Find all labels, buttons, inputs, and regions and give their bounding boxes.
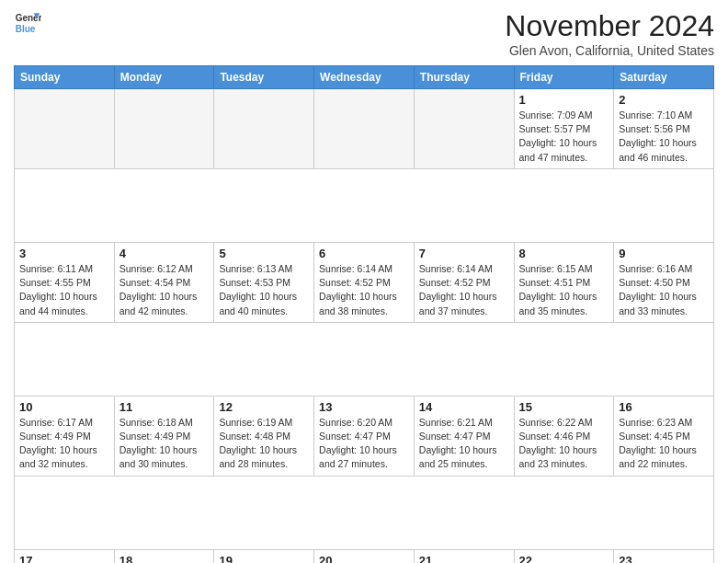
day-info: Sunrise: 7:09 AM Sunset: 5:57 PM Dayligh… [519, 109, 609, 165]
day-info: Sunrise: 6:14 AM Sunset: 4:52 PM Dayligh… [319, 262, 409, 318]
day-info: Sunrise: 6:20 AM Sunset: 4:47 PM Dayligh… [319, 416, 409, 472]
day-number: 4 [119, 247, 210, 260]
day-cell: 16Sunrise: 6:23 AM Sunset: 4:45 PM Dayli… [614, 396, 714, 476]
day-info: Sunrise: 6:21 AM Sunset: 4:47 PM Dayligh… [419, 416, 509, 472]
weekday-friday: Friday [514, 66, 614, 89]
day-cell: 12Sunrise: 6:19 AM Sunset: 4:48 PM Dayli… [214, 396, 314, 476]
day-info: Sunrise: 6:23 AM Sunset: 4:45 PM Dayligh… [619, 416, 709, 472]
day-cell: 11Sunrise: 6:18 AM Sunset: 4:49 PM Dayli… [114, 396, 214, 476]
day-cell: 4Sunrise: 6:12 AM Sunset: 4:54 PM Daylig… [114, 242, 214, 322]
day-cell: 15Sunrise: 6:22 AM Sunset: 4:46 PM Dayli… [514, 396, 614, 476]
day-number: 9 [619, 247, 709, 260]
day-number: 18 [119, 554, 210, 563]
day-cell [114, 89, 214, 169]
day-number: 13 [319, 400, 409, 414]
day-cell: 18Sunrise: 6:25 AM Sunset: 4:44 PM Dayli… [114, 549, 214, 563]
day-number: 8 [519, 247, 609, 260]
day-number: 20 [319, 554, 409, 563]
day-info: Sunrise: 6:13 AM Sunset: 4:53 PM Dayligh… [219, 262, 309, 318]
calendar: SundayMondayTuesdayWednesdayThursdayFrid… [14, 65, 714, 563]
week-row-3: 10Sunrise: 6:17 AM Sunset: 4:49 PM Dayli… [15, 396, 714, 476]
month-title: November 2024 [505, 9, 714, 43]
day-cell: 9Sunrise: 6:16 AM Sunset: 4:50 PM Daylig… [614, 242, 714, 322]
day-cell: 6Sunrise: 6:14 AM Sunset: 4:52 PM Daylig… [314, 242, 415, 322]
day-number: 15 [519, 400, 609, 414]
week-row-1: 1Sunrise: 7:09 AM Sunset: 5:57 PM Daylig… [15, 89, 714, 169]
week-row-2: 3Sunrise: 6:11 AM Sunset: 4:55 PM Daylig… [15, 242, 714, 322]
weekday-header-row: SundayMondayTuesdayWednesdayThursdayFrid… [15, 66, 714, 89]
weekday-saturday: Saturday [614, 66, 714, 89]
location: Glen Avon, California, United States [505, 43, 714, 58]
day-cell [214, 89, 314, 169]
day-number: 1 [519, 93, 609, 107]
day-number: 5 [219, 247, 309, 260]
day-cell: 21Sunrise: 6:28 AM Sunset: 4:43 PM Dayli… [414, 549, 514, 563]
weekday-thursday: Thursday [414, 66, 514, 89]
day-info: Sunrise: 6:11 AM Sunset: 4:55 PM Dayligh… [19, 262, 109, 318]
week-row-4: 17Sunrise: 6:24 AM Sunset: 4:45 PM Dayli… [15, 549, 714, 563]
day-number: 19 [219, 554, 309, 563]
day-cell: 5Sunrise: 6:13 AM Sunset: 4:53 PM Daylig… [214, 242, 314, 322]
day-number: 10 [19, 400, 109, 414]
day-cell: 14Sunrise: 6:21 AM Sunset: 4:47 PM Dayli… [414, 396, 514, 476]
day-number: 3 [19, 247, 109, 260]
day-info: Sunrise: 6:14 AM Sunset: 4:52 PM Dayligh… [419, 262, 509, 318]
day-info: Sunrise: 6:12 AM Sunset: 4:54 PM Dayligh… [119, 262, 210, 318]
day-cell: 1Sunrise: 7:09 AM Sunset: 5:57 PM Daylig… [514, 89, 614, 169]
row-separator [15, 476, 714, 549]
day-number: 6 [319, 247, 409, 260]
day-cell: 8Sunrise: 6:15 AM Sunset: 4:51 PM Daylig… [514, 242, 614, 322]
day-number: 23 [619, 554, 709, 563]
day-number: 2 [619, 93, 709, 107]
weekday-tuesday: Tuesday [214, 66, 314, 89]
day-info: Sunrise: 7:10 AM Sunset: 5:56 PM Dayligh… [619, 109, 709, 165]
day-info: Sunrise: 6:17 AM Sunset: 4:49 PM Dayligh… [19, 416, 109, 472]
logo: General Blue [14, 9, 41, 37]
day-info: Sunrise: 6:16 AM Sunset: 4:50 PM Dayligh… [619, 262, 709, 318]
day-cell: 23Sunrise: 6:30 AM Sunset: 4:42 PM Dayli… [614, 549, 714, 563]
weekday-monday: Monday [114, 66, 214, 89]
svg-text:Blue: Blue [16, 24, 36, 34]
day-number: 16 [619, 400, 709, 414]
day-number: 22 [519, 554, 609, 563]
day-cell: 20Sunrise: 6:27 AM Sunset: 4:43 PM Dayli… [314, 549, 415, 563]
day-cell: 19Sunrise: 6:26 AM Sunset: 4:44 PM Dayli… [214, 549, 314, 563]
title-block: November 2024 Glen Avon, California, Uni… [505, 9, 714, 58]
day-cell: 10Sunrise: 6:17 AM Sunset: 4:49 PM Dayli… [15, 396, 115, 476]
page-header: General Blue November 2024 Glen Avon, Ca… [14, 9, 714, 58]
day-number: 7 [419, 247, 509, 260]
day-cell [414, 89, 514, 169]
day-cell: 2Sunrise: 7:10 AM Sunset: 5:56 PM Daylig… [614, 89, 714, 169]
day-number: 12 [219, 400, 309, 414]
day-cell [314, 89, 415, 169]
day-info: Sunrise: 6:22 AM Sunset: 4:46 PM Dayligh… [519, 416, 609, 472]
row-separator [15, 322, 714, 396]
weekday-sunday: Sunday [15, 66, 115, 89]
day-cell: 22Sunrise: 6:29 AM Sunset: 4:42 PM Dayli… [514, 549, 614, 563]
day-cell: 17Sunrise: 6:24 AM Sunset: 4:45 PM Dayli… [15, 549, 115, 563]
day-cell: 3Sunrise: 6:11 AM Sunset: 4:55 PM Daylig… [15, 242, 115, 322]
day-number: 21 [419, 554, 509, 563]
day-info: Sunrise: 6:18 AM Sunset: 4:49 PM Dayligh… [119, 416, 210, 472]
day-info: Sunrise: 6:15 AM Sunset: 4:51 PM Dayligh… [519, 262, 609, 318]
day-number: 14 [419, 400, 509, 414]
day-cell [15, 89, 115, 169]
day-number: 11 [119, 400, 210, 414]
row-separator [15, 168, 714, 242]
weekday-wednesday: Wednesday [314, 66, 415, 89]
logo-icon: General Blue [14, 9, 41, 37]
day-number: 17 [19, 554, 109, 563]
day-info: Sunrise: 6:19 AM Sunset: 4:48 PM Dayligh… [219, 416, 309, 472]
day-cell: 13Sunrise: 6:20 AM Sunset: 4:47 PM Dayli… [314, 396, 415, 476]
day-cell: 7Sunrise: 6:14 AM Sunset: 4:52 PM Daylig… [414, 242, 514, 322]
